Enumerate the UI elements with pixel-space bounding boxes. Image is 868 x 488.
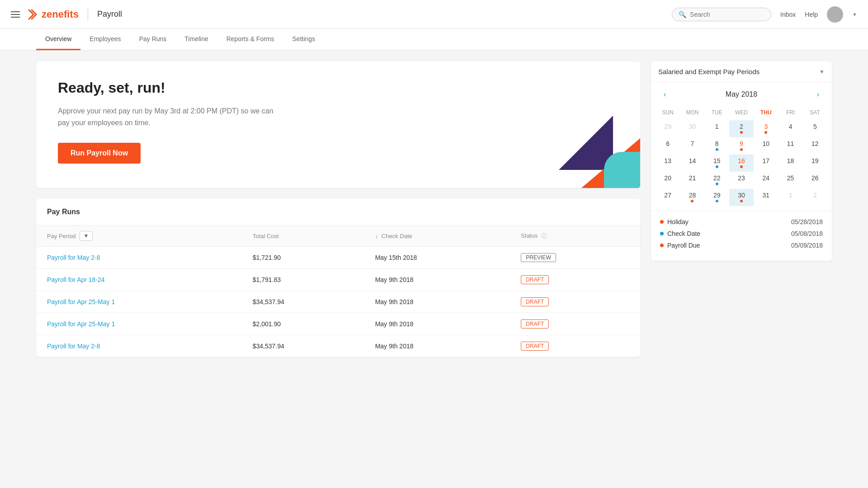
pay-period-type-select[interactable]: Salaried and Exempt Pay Periods: [658, 68, 819, 75]
calendar-day[interactable]: 15: [705, 155, 729, 172]
weekday-tue: TUE: [705, 107, 729, 118]
weekday-sat: SAT: [803, 107, 827, 118]
calendar-day[interactable]: 29: [656, 120, 680, 137]
calendar-day[interactable]: 26: [803, 172, 827, 189]
status-badge: DRAFT: [521, 319, 549, 328]
avatar[interactable]: [827, 6, 843, 23]
calendar-day[interactable]: 11: [778, 137, 802, 155]
payroll-link[interactable]: Payroll for Apr 25-May 1: [47, 320, 115, 328]
help-link[interactable]: Help: [805, 11, 818, 18]
tab-settings[interactable]: Settings: [283, 29, 325, 50]
weekday-wed: WED: [729, 107, 754, 118]
weekday-sun: SUN: [656, 107, 680, 118]
pay-runs-card: Pay Runs Pay Period ▼ Total Cost ↓: [36, 199, 640, 357]
blue-dot: [716, 183, 718, 185]
weekday-thu: THU: [754, 107, 778, 118]
calendar-day[interactable]: 1: [778, 189, 802, 206]
calendar-day[interactable]: 1: [705, 120, 729, 137]
status-badge: DRAFT: [521, 342, 549, 351]
tab-overview[interactable]: Overview: [36, 29, 80, 50]
table-row: Payroll for May 2-8 $34,537.94 May 9th 2…: [36, 335, 640, 357]
payroll-link[interactable]: Payroll for Apr 25-May 1: [47, 298, 115, 305]
cell-pay-period: Payroll for May 2-8: [36, 335, 242, 357]
calendar-day[interactable]: 23: [729, 172, 754, 189]
calendar-day[interactable]: 2: [729, 120, 754, 137]
calendar-day[interactable]: 17: [754, 155, 778, 172]
search-box[interactable]: 🔍: [672, 8, 771, 21]
left-column: Ready, set, run! Approve your next pay r…: [36, 61, 640, 357]
calendar-day[interactable]: 13: [656, 155, 680, 172]
calendar-day[interactable]: 24: [754, 172, 778, 189]
payroll-link[interactable]: Payroll for May 2-8: [47, 254, 100, 261]
search-input[interactable]: [690, 11, 764, 18]
calendar-day[interactable]: 30: [680, 120, 704, 137]
payroll-due-value: 05/09/2018: [791, 242, 823, 249]
calendar-day[interactable]: 27: [656, 189, 680, 206]
calendar-day[interactable]: 21: [680, 172, 704, 189]
check-date-value: 05/08/2018: [791, 230, 823, 237]
legend-item-payroll-due: Payroll Due 05/09/2018: [660, 242, 823, 249]
dropdown-arrow-icon: ▼: [819, 69, 825, 75]
run-payroll-button[interactable]: Run Payroll Now: [58, 143, 141, 164]
calendar-day[interactable]: 14: [680, 155, 704, 172]
calendar-day[interactable]: 30: [729, 189, 754, 206]
calendar-day[interactable]: 19: [803, 155, 827, 172]
payroll-link[interactable]: Payroll for May 2-8: [47, 343, 100, 350]
payroll-due-dot: [660, 244, 664, 247]
inbox-link[interactable]: Inbox: [780, 11, 796, 18]
avatar-dropdown-arrow[interactable]: ▼: [852, 12, 857, 17]
day-number: 18: [787, 157, 794, 164]
prev-month-button[interactable]: ‹: [660, 89, 670, 100]
day-number: 13: [664, 157, 671, 164]
calendar-day[interactable]: 25: [778, 172, 802, 189]
hamburger-menu[interactable]: [11, 11, 20, 18]
calendar-day[interactable]: 12: [803, 137, 827, 155]
cell-pay-period: Payroll for Apr 25-May 1: [36, 291, 242, 313]
calendar-day[interactable]: 20: [656, 172, 680, 189]
calendar-days: 2930123456789101112131415161718192021222…: [656, 120, 827, 206]
col-total-cost: Total Cost: [242, 225, 364, 247]
day-number: 17: [762, 157, 769, 164]
calendar-day[interactable]: 6: [656, 137, 680, 155]
cell-total-cost: $34,537.94: [242, 335, 364, 357]
payroll-link[interactable]: Payroll for Apr 18-24: [47, 276, 105, 283]
day-number: 7: [691, 140, 694, 147]
calendar-day[interactable]: 29: [705, 189, 729, 206]
calendar-dropdown: Salaried and Exempt Pay Periods ▼: [651, 61, 832, 82]
calendar-day[interactable]: 9: [729, 137, 754, 155]
cell-status: DRAFT: [510, 335, 640, 357]
calendar-day[interactable]: 2: [803, 189, 827, 206]
calendar-day[interactable]: 8: [705, 137, 729, 155]
calendar-day[interactable]: 16: [729, 155, 754, 172]
next-month-button[interactable]: ›: [813, 89, 823, 100]
orange-dot: [740, 131, 743, 134]
day-number: 28: [689, 192, 696, 199]
day-number: 27: [664, 192, 671, 199]
hero-description: Approve your next pay run by May 3rd at …: [58, 105, 275, 128]
calendar-day[interactable]: 28: [680, 189, 704, 206]
legend-item-holiday: Holiday 05/28/2018: [660, 218, 823, 225]
calendar-day[interactable]: 22: [705, 172, 729, 189]
blue-dot: [716, 200, 718, 202]
day-number: 11: [787, 140, 794, 147]
calendar-day[interactable]: 31: [754, 189, 778, 206]
calendar-day[interactable]: 7: [680, 137, 704, 155]
tab-pay-runs[interactable]: Pay Runs: [130, 29, 176, 50]
tab-reports-forms[interactable]: Reports & Forms: [217, 29, 283, 50]
orange-dot: [691, 200, 693, 202]
calendar-day[interactable]: 10: [754, 137, 778, 155]
calendar-day[interactable]: 5: [803, 120, 827, 137]
calendar-day[interactable]: 3: [754, 120, 778, 137]
pay-period-filter-btn[interactable]: ▼: [80, 231, 93, 241]
day-number: 19: [811, 157, 819, 164]
tab-timeline[interactable]: Timeline: [175, 29, 217, 50]
table-row: Payroll for Apr 25-May 1 $2,001.90 May 9…: [36, 313, 640, 335]
orange-dot: [740, 200, 743, 202]
status-info-icon[interactable]: ⓘ: [541, 233, 547, 239]
tab-employees[interactable]: Employees: [80, 29, 130, 50]
calendar-day[interactable]: 18: [778, 155, 802, 172]
day-number: 15: [713, 157, 721, 164]
sort-icon: ↓: [375, 233, 378, 239]
day-number: 14: [689, 157, 696, 164]
calendar-day[interactable]: 4: [778, 120, 802, 137]
